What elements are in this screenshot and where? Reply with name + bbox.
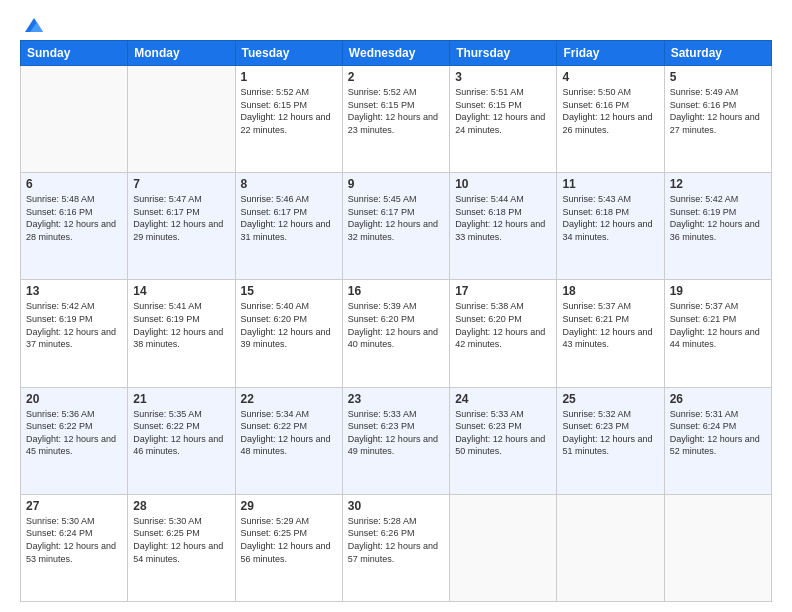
calendar-cell: 7Sunrise: 5:47 AM Sunset: 6:17 PM Daylig…: [128, 173, 235, 280]
calendar-cell: 15Sunrise: 5:40 AM Sunset: 6:20 PM Dayli…: [235, 280, 342, 387]
day-info: Sunrise: 5:46 AM Sunset: 6:17 PM Dayligh…: [241, 193, 337, 243]
day-info: Sunrise: 5:37 AM Sunset: 6:21 PM Dayligh…: [670, 300, 766, 350]
day-number: 20: [26, 392, 122, 406]
calendar-cell: 3Sunrise: 5:51 AM Sunset: 6:15 PM Daylig…: [450, 66, 557, 173]
logo-icon: [23, 16, 45, 34]
day-info: Sunrise: 5:29 AM Sunset: 6:25 PM Dayligh…: [241, 515, 337, 565]
calendar-cell: 2Sunrise: 5:52 AM Sunset: 6:15 PM Daylig…: [342, 66, 449, 173]
day-number: 9: [348, 177, 444, 191]
day-number: 24: [455, 392, 551, 406]
day-number: 26: [670, 392, 766, 406]
day-number: 28: [133, 499, 229, 513]
day-info: Sunrise: 5:28 AM Sunset: 6:26 PM Dayligh…: [348, 515, 444, 565]
day-info: Sunrise: 5:51 AM Sunset: 6:15 PM Dayligh…: [455, 86, 551, 136]
calendar-cell: 20Sunrise: 5:36 AM Sunset: 6:22 PM Dayli…: [21, 387, 128, 494]
day-number: 19: [670, 284, 766, 298]
calendar-week-row: 1Sunrise: 5:52 AM Sunset: 6:15 PM Daylig…: [21, 66, 772, 173]
calendar-cell: 22Sunrise: 5:34 AM Sunset: 6:22 PM Dayli…: [235, 387, 342, 494]
day-header-saturday: Saturday: [664, 41, 771, 66]
calendar: SundayMondayTuesdayWednesdayThursdayFrid…: [20, 40, 772, 602]
day-info: Sunrise: 5:52 AM Sunset: 6:15 PM Dayligh…: [348, 86, 444, 136]
day-info: Sunrise: 5:31 AM Sunset: 6:24 PM Dayligh…: [670, 408, 766, 458]
calendar-cell: 18Sunrise: 5:37 AM Sunset: 6:21 PM Dayli…: [557, 280, 664, 387]
calendar-week-row: 27Sunrise: 5:30 AM Sunset: 6:24 PM Dayli…: [21, 494, 772, 601]
page: SundayMondayTuesdayWednesdayThursdayFrid…: [0, 0, 792, 612]
day-info: Sunrise: 5:52 AM Sunset: 6:15 PM Dayligh…: [241, 86, 337, 136]
logo: [20, 18, 45, 30]
day-info: Sunrise: 5:34 AM Sunset: 6:22 PM Dayligh…: [241, 408, 337, 458]
day-info: Sunrise: 5:32 AM Sunset: 6:23 PM Dayligh…: [562, 408, 658, 458]
day-number: 15: [241, 284, 337, 298]
day-number: 17: [455, 284, 551, 298]
day-number: 11: [562, 177, 658, 191]
day-info: Sunrise: 5:30 AM Sunset: 6:24 PM Dayligh…: [26, 515, 122, 565]
day-number: 1: [241, 70, 337, 84]
day-info: Sunrise: 5:37 AM Sunset: 6:21 PM Dayligh…: [562, 300, 658, 350]
calendar-cell: 1Sunrise: 5:52 AM Sunset: 6:15 PM Daylig…: [235, 66, 342, 173]
day-info: Sunrise: 5:47 AM Sunset: 6:17 PM Dayligh…: [133, 193, 229, 243]
day-info: Sunrise: 5:42 AM Sunset: 6:19 PM Dayligh…: [670, 193, 766, 243]
day-info: Sunrise: 5:33 AM Sunset: 6:23 PM Dayligh…: [455, 408, 551, 458]
calendar-cell: 8Sunrise: 5:46 AM Sunset: 6:17 PM Daylig…: [235, 173, 342, 280]
day-header-tuesday: Tuesday: [235, 41, 342, 66]
calendar-cell: 5Sunrise: 5:49 AM Sunset: 6:16 PM Daylig…: [664, 66, 771, 173]
day-info: Sunrise: 5:39 AM Sunset: 6:20 PM Dayligh…: [348, 300, 444, 350]
day-number: 23: [348, 392, 444, 406]
day-number: 30: [348, 499, 444, 513]
day-header-wednesday: Wednesday: [342, 41, 449, 66]
day-info: Sunrise: 5:43 AM Sunset: 6:18 PM Dayligh…: [562, 193, 658, 243]
day-info: Sunrise: 5:50 AM Sunset: 6:16 PM Dayligh…: [562, 86, 658, 136]
calendar-cell: 26Sunrise: 5:31 AM Sunset: 6:24 PM Dayli…: [664, 387, 771, 494]
day-info: Sunrise: 5:42 AM Sunset: 6:19 PM Dayligh…: [26, 300, 122, 350]
calendar-header-row: SundayMondayTuesdayWednesdayThursdayFrid…: [21, 41, 772, 66]
day-number: 22: [241, 392, 337, 406]
calendar-cell: 29Sunrise: 5:29 AM Sunset: 6:25 PM Dayli…: [235, 494, 342, 601]
day-number: 21: [133, 392, 229, 406]
calendar-cell: 17Sunrise: 5:38 AM Sunset: 6:20 PM Dayli…: [450, 280, 557, 387]
day-info: Sunrise: 5:40 AM Sunset: 6:20 PM Dayligh…: [241, 300, 337, 350]
calendar-cell: 13Sunrise: 5:42 AM Sunset: 6:19 PM Dayli…: [21, 280, 128, 387]
calendar-cell: [450, 494, 557, 601]
calendar-cell: 30Sunrise: 5:28 AM Sunset: 6:26 PM Dayli…: [342, 494, 449, 601]
day-number: 5: [670, 70, 766, 84]
day-number: 27: [26, 499, 122, 513]
calendar-cell: 16Sunrise: 5:39 AM Sunset: 6:20 PM Dayli…: [342, 280, 449, 387]
day-number: 29: [241, 499, 337, 513]
calendar-cell: [557, 494, 664, 601]
calendar-cell: 21Sunrise: 5:35 AM Sunset: 6:22 PM Dayli…: [128, 387, 235, 494]
day-info: Sunrise: 5:49 AM Sunset: 6:16 PM Dayligh…: [670, 86, 766, 136]
day-info: Sunrise: 5:45 AM Sunset: 6:17 PM Dayligh…: [348, 193, 444, 243]
calendar-cell: 10Sunrise: 5:44 AM Sunset: 6:18 PM Dayli…: [450, 173, 557, 280]
day-info: Sunrise: 5:48 AM Sunset: 6:16 PM Dayligh…: [26, 193, 122, 243]
calendar-cell: [21, 66, 128, 173]
calendar-cell: 19Sunrise: 5:37 AM Sunset: 6:21 PM Dayli…: [664, 280, 771, 387]
calendar-week-row: 6Sunrise: 5:48 AM Sunset: 6:16 PM Daylig…: [21, 173, 772, 280]
day-info: Sunrise: 5:30 AM Sunset: 6:25 PM Dayligh…: [133, 515, 229, 565]
day-number: 18: [562, 284, 658, 298]
calendar-cell: [128, 66, 235, 173]
calendar-cell: 24Sunrise: 5:33 AM Sunset: 6:23 PM Dayli…: [450, 387, 557, 494]
day-number: 10: [455, 177, 551, 191]
day-number: 16: [348, 284, 444, 298]
day-info: Sunrise: 5:41 AM Sunset: 6:19 PM Dayligh…: [133, 300, 229, 350]
day-header-thursday: Thursday: [450, 41, 557, 66]
calendar-cell: 4Sunrise: 5:50 AM Sunset: 6:16 PM Daylig…: [557, 66, 664, 173]
day-info: Sunrise: 5:35 AM Sunset: 6:22 PM Dayligh…: [133, 408, 229, 458]
calendar-cell: 25Sunrise: 5:32 AM Sunset: 6:23 PM Dayli…: [557, 387, 664, 494]
day-header-friday: Friday: [557, 41, 664, 66]
day-number: 4: [562, 70, 658, 84]
calendar-cell: 23Sunrise: 5:33 AM Sunset: 6:23 PM Dayli…: [342, 387, 449, 494]
day-number: 7: [133, 177, 229, 191]
day-number: 13: [26, 284, 122, 298]
calendar-cell: 27Sunrise: 5:30 AM Sunset: 6:24 PM Dayli…: [21, 494, 128, 601]
day-number: 2: [348, 70, 444, 84]
day-info: Sunrise: 5:38 AM Sunset: 6:20 PM Dayligh…: [455, 300, 551, 350]
calendar-cell: 9Sunrise: 5:45 AM Sunset: 6:17 PM Daylig…: [342, 173, 449, 280]
day-header-sunday: Sunday: [21, 41, 128, 66]
day-number: 8: [241, 177, 337, 191]
day-number: 14: [133, 284, 229, 298]
calendar-cell: 14Sunrise: 5:41 AM Sunset: 6:19 PM Dayli…: [128, 280, 235, 387]
calendar-cell: 6Sunrise: 5:48 AM Sunset: 6:16 PM Daylig…: [21, 173, 128, 280]
day-number: 25: [562, 392, 658, 406]
day-info: Sunrise: 5:44 AM Sunset: 6:18 PM Dayligh…: [455, 193, 551, 243]
